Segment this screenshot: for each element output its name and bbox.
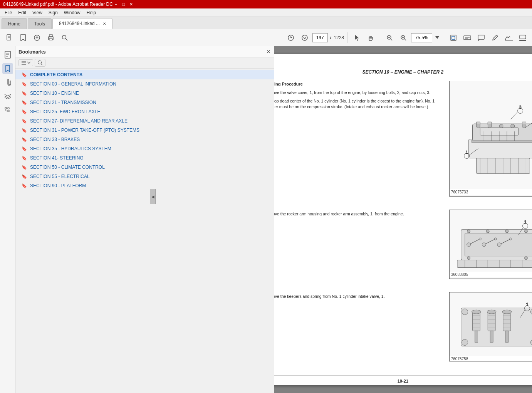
- bookmark-item-6[interactable]: 🔖SECTION 31 - POWER TAKE-OFF (PTO) SYSTE…: [15, 126, 274, 135]
- bookmark-item-11[interactable]: 🔖SECTION 55 - ELECTRICAL: [15, 172, 274, 181]
- zoom-out-button[interactable]: [383, 32, 396, 44]
- menu-edit[interactable]: Edit: [15, 9, 29, 16]
- bookmark-item-5[interactable]: 🔖SECTION 27- DIFFERENIAL AND REAR AXLE: [15, 116, 274, 126]
- close-window-button[interactable]: ✕: [128, 1, 134, 7]
- typewriter-button[interactable]: [461, 32, 473, 44]
- tab-home[interactable]: Home: [2, 18, 27, 29]
- content-row-3: 4. Remove the keepers and spring from No…: [274, 292, 532, 368]
- left-icon-tree[interactable]: [2, 105, 13, 116]
- zoom-input[interactable]: [411, 33, 432, 42]
- print-button[interactable]: [45, 32, 57, 44]
- svg-point-89: [467, 230, 470, 233]
- toolbar-separator-1: [347, 32, 347, 43]
- menu-bar: File Edit View Sign Window Help: [0, 8, 532, 17]
- bookmarks-options-button[interactable]: [18, 59, 33, 66]
- menu-help[interactable]: Help: [84, 9, 99, 16]
- bookmark-button[interactable]: [17, 32, 29, 44]
- content-row-1: Spill-Timing Procedure 1. Remove the val…: [274, 81, 532, 203]
- svg-text:1: 1: [524, 220, 526, 224]
- bookmarks-search-button[interactable]: [35, 59, 45, 67]
- zoom-in-button[interactable]: [397, 32, 409, 44]
- toolbar: / 1228: [0, 29, 532, 46]
- svg-point-90: [486, 230, 489, 233]
- title-bar: 84126849-Linked pdf.pdf - Adobe Acrobat …: [0, 0, 532, 8]
- new-document-button[interactable]: [3, 32, 15, 44]
- svg-point-93: [467, 257, 470, 260]
- title-bar-text: 84126849-Linked pdf.pdf - Adobe Acrobat …: [3, 2, 113, 7]
- bookmark-item-10[interactable]: 🔖SECTION 50 - CLIMATE CONTROL: [15, 163, 274, 172]
- step-1: 1. Remove the valve cover, 1, from the t…: [274, 90, 440, 96]
- bookmark-item-1[interactable]: 🔖SECTION 00 - GENERAL INFORMATION: [15, 79, 274, 89]
- maximize-button[interactable]: □: [121, 1, 127, 7]
- select-tool-button[interactable]: [351, 32, 363, 44]
- figure-2-partnumber: 36083805: [450, 272, 532, 277]
- bookmarks-close-button[interactable]: ✕: [266, 49, 271, 55]
- step-3-text: Remove the rocker arm housing and rocker…: [274, 211, 404, 217]
- bookmark-item-7[interactable]: 🔖SECTION 33 - BRAKES: [15, 135, 274, 144]
- bookmark-item-3[interactable]: 🔖SECTION 21 - TRANSMISSION: [15, 98, 274, 107]
- bookmarks-title: Bookmarks: [18, 49, 266, 55]
- procedure-title: Spill-Timing Procedure: [274, 81, 440, 87]
- step-1-text: Remove the valve cover, 1, from the top …: [274, 90, 431, 96]
- menu-file[interactable]: File: [2, 9, 15, 16]
- stamp-button[interactable]: [517, 32, 529, 44]
- bookmark-flag-icon: 🔖: [22, 156, 27, 161]
- page-up-button[interactable]: [285, 32, 297, 44]
- figure-1-partnumber: 76075733: [450, 189, 532, 195]
- svg-line-9: [66, 39, 68, 40]
- step-4: 4. Remove the keepers and spring from No…: [274, 294, 440, 299]
- svg-point-123: [487, 310, 496, 314]
- page-footer: 10-21: [274, 375, 532, 383]
- fit-page-button[interactable]: [447, 32, 460, 44]
- bookmark-flag-icon: 🔖: [22, 91, 27, 96]
- svg-rect-26: [519, 40, 526, 41]
- svg-point-124: [502, 310, 512, 314]
- figure-3-caption: 27: [449, 361, 532, 368]
- left-icon-layers[interactable]: [2, 91, 13, 102]
- upload-button[interactable]: [31, 32, 43, 44]
- text-column-3: 4. Remove the keepers and spring from No…: [274, 292, 440, 302]
- bookmark-flag-icon: 🔖: [22, 146, 27, 151]
- steps-list-3: 4. Remove the keepers and spring from No…: [274, 294, 440, 299]
- menu-view[interactable]: View: [29, 9, 45, 16]
- svg-point-82: [494, 238, 497, 240]
- figure-2-caption: 26: [449, 279, 532, 285]
- svg-rect-95: [457, 260, 532, 268]
- tab-document[interactable]: 84126849-Linked ... ✕: [52, 18, 112, 29]
- search-button[interactable]: [59, 32, 71, 44]
- comment-button[interactable]: [475, 32, 487, 44]
- bookmark-item-8[interactable]: 🔖SECTION 35 - HYDRAULICS SYSTEM: [15, 144, 274, 153]
- page-number-input[interactable]: [312, 33, 328, 42]
- page-area[interactable]: SECTION 10 – ENGINE – CHAPTER 2 Spill-Ti…: [274, 46, 532, 393]
- panel-collapse-handle[interactable]: ◀: [150, 189, 156, 204]
- bookmarks-header: Bookmarks ✕: [15, 46, 274, 57]
- left-icon-bookmarks[interactable]: [2, 63, 13, 74]
- steps-list: 1. Remove the valve cover, 1, from the t…: [274, 90, 440, 110]
- left-icon-attachments[interactable]: [2, 77, 13, 88]
- svg-point-79: [479, 238, 481, 240]
- bookmark-flag-icon: 🔖: [22, 119, 27, 124]
- pen-button[interactable]: [489, 32, 501, 44]
- bookmark-item-0[interactable]: 🔖COMPLETE CONTENTS: [15, 70, 274, 79]
- hand-tool-button[interactable]: [364, 32, 377, 44]
- page-down-button[interactable]: [299, 32, 311, 44]
- bookmark-item-9[interactable]: 🔖SECTION 41- STEERING: [15, 153, 274, 163]
- zoom-dropdown-button[interactable]: [434, 32, 441, 44]
- menu-sign[interactable]: Sign: [45, 9, 61, 16]
- tab-close-button[interactable]: ✕: [103, 22, 106, 26]
- left-icon-pages[interactable]: [2, 49, 13, 60]
- figure-1-svg: 3 2 1: [450, 81, 532, 189]
- bookmark-flag-icon: 🔖: [22, 109, 27, 114]
- figure-1-caption: 25: [449, 196, 532, 203]
- bookmark-item-4[interactable]: 🔖SECTION 25- FWD FRONT AXLE: [15, 107, 274, 116]
- bookmark-flag-icon: 🔖: [22, 137, 27, 142]
- minimize-button[interactable]: −: [113, 1, 119, 7]
- svg-rect-127: [505, 331, 509, 343]
- signature-button[interactable]: [503, 32, 515, 44]
- menu-window[interactable]: Window: [61, 9, 84, 16]
- tab-tools[interactable]: Tools: [28, 18, 52, 29]
- tab-bar: Home Tools 84126849-Linked ... ✕: [0, 17, 532, 29]
- svg-rect-125: [475, 331, 478, 343]
- bookmark-item-2[interactable]: 🔖SECTION 10 - ENGINE: [15, 89, 274, 98]
- bookmark-item-12[interactable]: 🔖SECTION 90 - PLATFORM: [15, 181, 274, 190]
